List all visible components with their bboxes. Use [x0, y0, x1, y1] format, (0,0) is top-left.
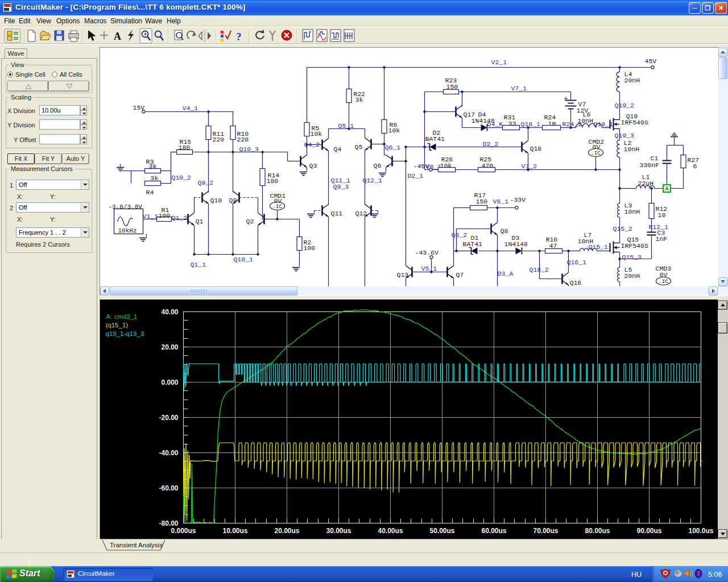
svg-text:Q9: Q9: [229, 197, 237, 204]
svg-text:+: +: [564, 95, 568, 102]
svg-text:470: 470: [482, 162, 494, 169]
svg-text:20.00: 20.00: [161, 343, 178, 351]
svg-text:V5_1: V5_1: [421, 265, 437, 272]
svg-text:-20.00: -20.00: [159, 414, 178, 422]
svg-text:Q19_2: Q19_2: [615, 102, 635, 109]
svg-text:-60.00: -60.00: [159, 484, 178, 492]
svg-text:100.0us: 100.0us: [688, 527, 713, 535]
svg-text:Q1: Q1: [196, 218, 204, 225]
svg-text:Q18_1: Q18_1: [521, 120, 541, 128]
svg-text:0V: 0V: [274, 197, 282, 205]
svg-text:BAT41: BAT41: [463, 240, 483, 248]
svg-text:10k: 10k: [311, 130, 322, 138]
svg-text:180: 180: [179, 144, 191, 151]
svg-text:IRF540S: IRF540S: [621, 242, 648, 250]
svg-text:D4_K: D4_K: [487, 120, 503, 128]
svg-text:10k: 10k: [388, 127, 400, 134]
svg-text:60.00us: 60.00us: [481, 527, 506, 535]
svg-text:Q1_2: Q1_2: [172, 214, 188, 222]
svg-text:Q11: Q11: [331, 210, 343, 217]
svg-text:D3_A: D3_A: [498, 270, 514, 277]
svg-text:Q15_1: Q15_1: [589, 243, 609, 251]
svg-text:0.000us: 0.000us: [171, 527, 196, 535]
svg-text:33: 33: [508, 120, 516, 127]
svg-text:Q16_2: Q16_2: [530, 266, 549, 273]
svg-text:100: 100: [159, 212, 171, 219]
svg-text:10: 10: [658, 211, 666, 219]
svg-text:Q6_1: Q6_1: [385, 144, 401, 151]
svg-text:3k: 3k: [151, 174, 159, 182]
svg-text:Q6: Q6: [374, 162, 382, 169]
svg-text:70.00us: 70.00us: [533, 527, 558, 535]
svg-text:22uH: 22uH: [638, 180, 654, 187]
svg-text:Q10_3: Q10_3: [239, 146, 259, 153]
svg-text:Q10: Q10: [210, 197, 222, 204]
svg-text:.IC: .IC: [659, 278, 668, 285]
svg-text:D2_1: D2_1: [408, 172, 424, 180]
svg-text:100: 100: [304, 244, 316, 252]
svg-text:10nH: 10nH: [578, 117, 594, 124]
svg-text:0V: 0V: [660, 271, 668, 278]
svg-text:Q7: Q7: [456, 271, 464, 278]
svg-text:220: 220: [213, 136, 225, 143]
svg-text:-40.00: -40.00: [159, 449, 178, 457]
svg-text:6: 6: [693, 163, 697, 170]
svg-text:A: A: [114, 31, 121, 42]
svg-text:Q8_2: Q8_2: [452, 231, 468, 239]
svg-text:40.00: 40.00: [161, 308, 178, 316]
svg-text:90.00us: 90.00us: [636, 527, 661, 535]
svg-text:12V: 12V: [577, 107, 589, 114]
svg-text:Q10_1: Q10_1: [234, 256, 254, 263]
svg-text:Q5: Q5: [355, 143, 363, 151]
svg-text:0V: 0V: [593, 143, 601, 151]
svg-text:Q15_3: Q15_3: [622, 253, 642, 261]
svg-text:10k: 10k: [440, 162, 452, 169]
svg-text:3k: 3k: [355, 96, 363, 103]
svg-text:A: cmd3_1: A: cmd3_1: [106, 313, 138, 320]
svg-text:Q8: Q8: [500, 227, 508, 235]
svg-text:10nH: 10nH: [624, 146, 640, 153]
svg-text:15V: 15V: [133, 104, 145, 111]
svg-text:47: 47: [549, 242, 557, 250]
svg-text:45V: 45V: [645, 57, 657, 65]
svg-text:50.00us: 50.00us: [429, 527, 454, 535]
svg-text:1nF: 1nF: [656, 235, 668, 243]
svg-text:20.00us: 20.00us: [274, 527, 299, 535]
svg-text:3k: 3k: [149, 163, 157, 170]
svg-text:150: 150: [476, 198, 488, 205]
svg-text:.IC: .IC: [272, 203, 282, 210]
svg-text:Q12_1: Q12_1: [363, 177, 383, 184]
svg-text:Q13: Q13: [397, 271, 409, 278]
svg-text:80.00us: 80.00us: [585, 527, 610, 535]
svg-text:.IC: .IC: [591, 150, 601, 156]
svg-text:V6_1: V6_1: [493, 198, 509, 205]
svg-text:Q9_2: Q9_2: [198, 179, 214, 186]
svg-text:220: 220: [237, 136, 249, 143]
svg-text:10kHz: 10kHz: [118, 227, 137, 234]
svg-text:V1_1: V1_1: [143, 213, 159, 220]
svg-text:V4_1: V4_1: [183, 105, 198, 112]
svg-text:1N4148: 1N4148: [504, 240, 528, 248]
svg-text:A: A: [665, 186, 668, 192]
svg-text:V7_2: V7_2: [522, 163, 537, 170]
svg-text:Q4: Q4: [334, 146, 342, 153]
svg-text:10nH: 10nH: [624, 208, 640, 215]
svg-text:(q15_1): (q15_1): [106, 322, 129, 329]
svg-text:Q16_1: Q16_1: [567, 259, 587, 266]
svg-text:150: 150: [446, 83, 458, 90]
svg-text:330nF: 330nF: [640, 161, 660, 169]
svg-text:BAT41: BAT41: [425, 135, 445, 143]
svg-text:10.00us: 10.00us: [222, 527, 247, 535]
svg-text:40.00us: 40.00us: [378, 527, 403, 535]
svg-text:Q10_2: Q10_2: [172, 174, 192, 181]
svg-text:Q18: Q18: [530, 145, 542, 152]
svg-text:-33V: -33V: [510, 196, 526, 203]
svg-text:30.00us: 30.00us: [326, 527, 351, 535]
svg-text:-80.00: -80.00: [159, 519, 178, 527]
svg-text:180: 180: [267, 177, 279, 185]
svg-text:Q4_2: Q4_2: [304, 141, 320, 148]
svg-text:R4: R4: [146, 189, 154, 196]
svg-text:Q19_3: Q19_3: [615, 132, 635, 139]
svg-text:Q3: Q3: [309, 162, 317, 169]
svg-text:V7_1: V7_1: [511, 85, 527, 92]
